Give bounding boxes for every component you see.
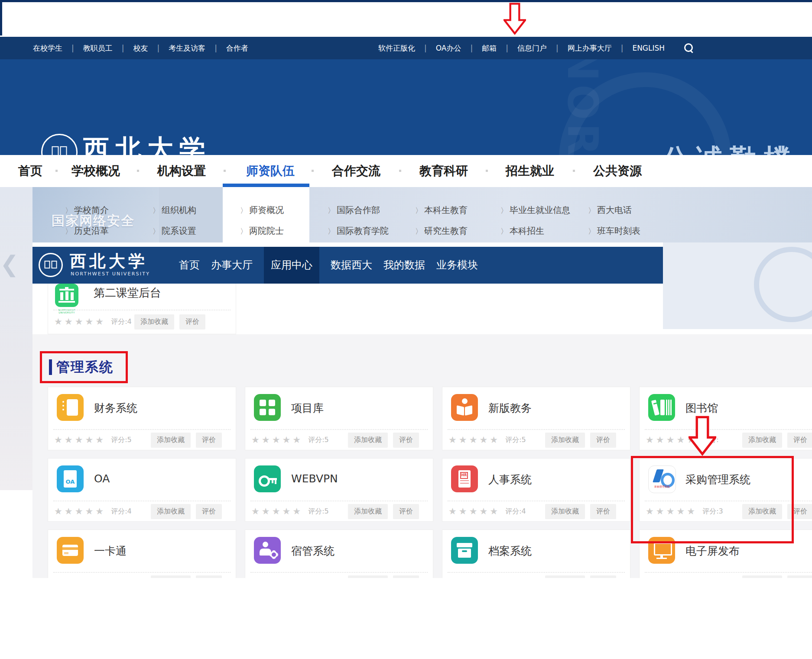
card-title[interactable]: OA [94, 472, 110, 485]
dropdown-link[interactable]: 〉毕业生就业信息 [500, 204, 570, 216]
app-nav-item[interactable]: 业务模块 [436, 247, 478, 284]
rate-button[interactable]: 评价 [590, 575, 616, 578]
rate-button[interactable]: 评价 [787, 433, 812, 448]
favorite-button[interactable]: 添加收藏 [545, 504, 585, 519]
rating-stars[interactable]: ★★★★★ [251, 436, 303, 445]
app-card[interactable]: WEBVPN★★★★★评分:5添加收藏评价 [245, 458, 433, 522]
dropdown-link[interactable]: 〉学校简介 [65, 204, 109, 216]
favorite-button[interactable]: 添加收藏 [134, 314, 174, 330]
app-card[interactable]: 宿管系统★★★★★添加收藏评价 [245, 530, 433, 578]
dropdown-link[interactable]: 〉两院院士 [240, 225, 284, 237]
dropdown-link[interactable]: 〉历史沿革 [65, 225, 109, 237]
main-nav-item[interactable]: 合作交流 [332, 155, 380, 187]
app-card[interactable]: HR 人事系统★★★★★评分:4添加收藏评价 [442, 458, 630, 522]
card-title[interactable]: 人事系统 [488, 472, 532, 487]
main-nav-item[interactable]: 教育科研 [419, 155, 468, 187]
favorite-button[interactable]: 添加收藏 [151, 504, 191, 519]
card-title[interactable]: 档案系统 [488, 544, 532, 558]
app-nav-item[interactable]: 应用中心 [264, 247, 319, 284]
app-portal-logo-zh[interactable]: 西北大学 [70, 250, 148, 272]
card-title[interactable]: 新版教务 [488, 401, 532, 415]
card-title[interactable]: 财务系统 [94, 401, 137, 415]
main-nav-item[interactable]: 公共资源 [593, 155, 642, 187]
rate-button[interactable]: 评价 [590, 504, 616, 519]
utility-link[interactable]: 软件正版化 [378, 37, 415, 59]
card-title[interactable]: 一卡通 [94, 544, 127, 558]
app-card[interactable]: 档案系统★★★★★添加收藏评价 [442, 530, 630, 578]
university-name-zh[interactable]: 西北大学 [83, 132, 211, 155]
app-card-partial[interactable]: NORTHWEST UNIVERSITY 第二课堂后台 ★★★★★ 评分:4 添… [48, 284, 236, 334]
favorite-button[interactable]: 添加收藏 [151, 433, 191, 448]
rate-button[interactable]: 评价 [196, 504, 222, 519]
dropdown-link[interactable]: 〉研究生教育 [415, 225, 468, 237]
card-title[interactable]: WEBVPN [291, 472, 338, 485]
card-title[interactable]: 电子屏发布 [685, 544, 740, 558]
rate-button[interactable]: 评价 [179, 314, 205, 330]
utility-link[interactable]: 信息门户 [517, 37, 547, 59]
rate-button[interactable]: 评价 [196, 433, 222, 448]
utility-link[interactable]: 在校学生 [33, 37, 62, 59]
app-card[interactable]: OAOA★★★★★评分:4添加收藏评价 [48, 458, 236, 522]
utility-link[interactable]: 考生及访客 [169, 37, 205, 59]
utility-link[interactable]: 合作者 [226, 37, 248, 59]
rate-button[interactable]: 评价 [196, 575, 222, 578]
dropdown-link[interactable]: 〉国际合作部 [328, 204, 380, 216]
rating-stars[interactable]: ★★★★★ [54, 436, 106, 445]
app-nav-item[interactable]: 首页 [179, 247, 200, 284]
rate-button[interactable]: 评价 [393, 433, 419, 448]
rating-stars[interactable]: ★★★★★ [448, 436, 500, 445]
card-title[interactable]: 项目库 [291, 401, 324, 415]
rate-button[interactable]: 评价 [787, 504, 812, 519]
main-nav-item[interactable]: 师资队伍 [246, 155, 295, 187]
rating-stars[interactable]: ★★★★★ [251, 507, 303, 516]
favorite-button[interactable]: 添加收藏 [742, 575, 782, 578]
rating-stars[interactable]: ★★★★★ [448, 507, 500, 516]
dropdown-link[interactable]: 〉国际教育学院 [328, 225, 389, 237]
rating-stars[interactable]: ★★★★★ [646, 507, 697, 516]
app-nav-item[interactable]: 办事大厅 [211, 247, 253, 284]
main-nav-item[interactable]: 首页 [18, 155, 42, 187]
favorite-button[interactable]: 添加收藏 [545, 575, 585, 578]
university-seal-logo[interactable]: 1902 [41, 134, 78, 155]
app-nav-item[interactable]: 我的数据 [383, 247, 425, 284]
utility-link[interactable]: 教职员工 [83, 37, 113, 59]
app-portal-seal-logo[interactable] [39, 253, 63, 277]
main-nav-item[interactable]: 机构设置 [157, 155, 206, 187]
favorite-button[interactable]: 添加收藏 [742, 504, 782, 519]
favorite-button[interactable]: 添加收藏 [545, 433, 585, 448]
utility-link[interactable]: OA办公 [436, 37, 461, 59]
card-title[interactable]: 图书馆 [685, 401, 718, 415]
dropdown-link[interactable]: 〉院系设置 [153, 225, 196, 237]
favorite-button[interactable]: 添加收藏 [742, 433, 782, 448]
favorite-button[interactable]: 添加收藏 [348, 504, 388, 519]
rate-button[interactable]: 评价 [590, 433, 616, 448]
card-title[interactable]: 采购管理系统 [685, 472, 750, 487]
utility-link[interactable]: 校友 [133, 37, 148, 59]
card-title[interactable]: 宿管系统 [291, 544, 335, 558]
app-card[interactable]: 新版教务★★★★★评分:5添加收藏评价 [442, 387, 630, 450]
dropdown-link[interactable]: 〉本科招生 [500, 225, 544, 237]
dropdown-link[interactable]: 〉本科生教育 [415, 204, 468, 216]
utility-link[interactable]: ENGLISH [632, 37, 665, 59]
rate-button[interactable]: 评价 [787, 575, 812, 578]
dropdown-link[interactable]: 〉师资概况 [240, 204, 284, 216]
search-icon[interactable] [684, 43, 694, 53]
carousel-prev-icon[interactable]: ❮ [0, 249, 13, 279]
app-card[interactable]: 一卡通★★★★★添加收藏评价 [48, 530, 236, 578]
utility-link[interactable]: 邮箱 [482, 37, 497, 59]
rate-button[interactable]: 评价 [393, 504, 419, 519]
main-nav-item[interactable]: 招生就业 [506, 155, 554, 187]
app-card[interactable]: 采购管理系统采购管理系统★★★★★评分:3添加收藏评价 [639, 458, 812, 522]
app-card[interactable]: ¥财务系统★★★★★评分:5添加收藏评价 [48, 387, 236, 450]
favorite-button[interactable]: 添加收藏 [348, 575, 388, 578]
dropdown-link[interactable]: 〉西大电话 [588, 204, 632, 216]
rating-stars[interactable]: ★★★★★ [54, 507, 106, 516]
app-card[interactable]: 电子屏发布★★★★★添加收藏评价 [639, 530, 812, 578]
main-nav-item[interactable]: 学校概况 [71, 155, 120, 187]
dropdown-link[interactable]: 〉班车时刻表 [588, 225, 640, 237]
rating-stars[interactable]: ★★★★★ [54, 317, 106, 326]
card-title[interactable]: 第二课堂后台 [94, 285, 161, 300]
app-card[interactable]: 项目库★★★★★评分:5添加收藏评价 [245, 387, 433, 450]
rate-button[interactable]: 评价 [393, 575, 419, 578]
app-nav-item[interactable]: 数据西大 [331, 247, 372, 284]
